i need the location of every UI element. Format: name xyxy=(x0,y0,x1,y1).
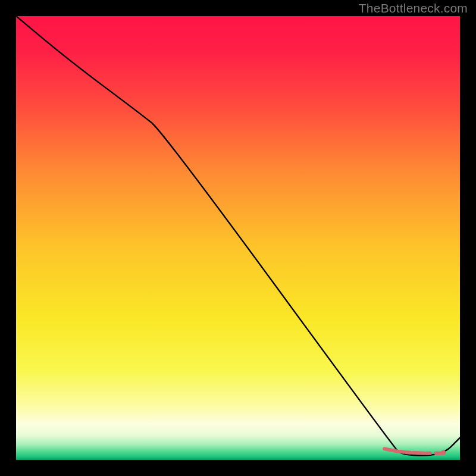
plot-area xyxy=(16,16,460,460)
chart-frame: TheBottleneck.com xyxy=(0,0,476,476)
bottom-dash-segment xyxy=(414,453,424,453)
chart-svg xyxy=(16,16,460,460)
bottom-dash-segment xyxy=(400,452,404,452)
watermark-text: TheBottleneck.com xyxy=(359,1,468,15)
bottom-dash-end-dot xyxy=(441,450,446,455)
gradient-background xyxy=(16,16,460,460)
bottom-dash-segment xyxy=(384,449,397,451)
